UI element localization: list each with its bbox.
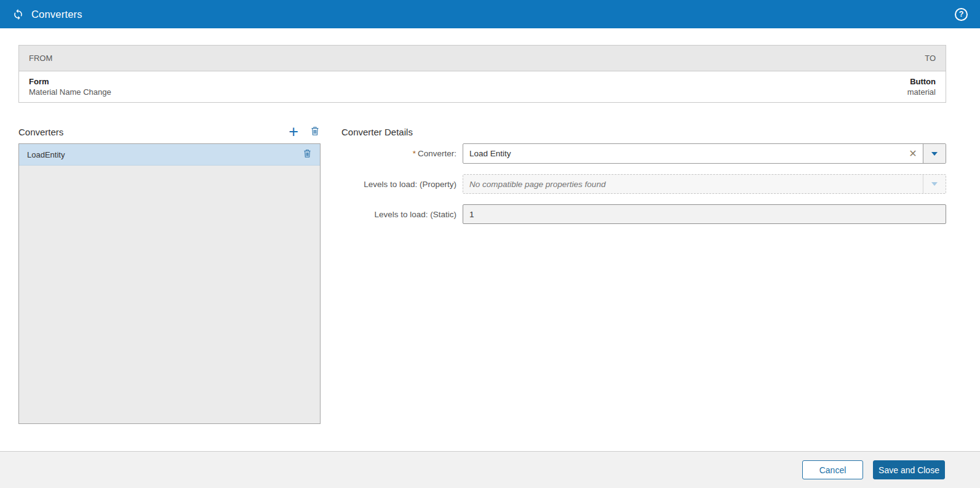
- to-title: Button: [907, 76, 936, 87]
- help-icon[interactable]: ?: [955, 8, 968, 21]
- dialog-title: Converters: [31, 9, 82, 20]
- levels-static-label: Levels to load: (Static): [341, 210, 463, 219]
- mapping-to-cell: Button material: [907, 76, 936, 97]
- levels-static-control: [463, 204, 946, 224]
- levels-property-input: [463, 175, 923, 193]
- dialog-footer: Cancel Save and Close: [0, 451, 980, 488]
- levels-property-field-row: Levels to load: (Property): [341, 174, 946, 194]
- mapping-table-header: FROM TO: [19, 46, 946, 71]
- delete-converter-item-button[interactable]: [302, 149, 313, 160]
- converters-panel: Converters +: [18, 120, 321, 424]
- cancel-button[interactable]: Cancel: [802, 460, 863, 479]
- levels-static-field-row: Levels to load: (Static): [341, 204, 946, 224]
- levels-property-control: [463, 174, 946, 194]
- clear-icon: ✕: [909, 148, 917, 159]
- levels-property-dropdown-button: [923, 175, 946, 193]
- converter-dropdown-button[interactable]: [923, 144, 946, 163]
- converter-combobox: ✕: [463, 143, 946, 164]
- trash-icon: [311, 126, 319, 138]
- clear-converter-button[interactable]: ✕: [903, 144, 923, 163]
- levels-property-combobox: [463, 174, 946, 194]
- delete-converters-button[interactable]: [309, 126, 321, 138]
- chevron-down-icon: [931, 152, 938, 156]
- levels-property-label: Levels to load: (Property): [341, 180, 463, 189]
- levels-static-input[interactable]: [463, 204, 946, 224]
- converter-item-label: LoadEntity: [27, 150, 302, 159]
- converters-panel-title: Converters: [18, 127, 63, 137]
- from-title: Form: [29, 76, 111, 87]
- converter-details-header: Converter Details: [341, 120, 946, 143]
- converters-sync-icon: [12, 9, 24, 20]
- converter-label-text: Converter:: [418, 149, 456, 158]
- to-subtitle: material: [907, 87, 936, 97]
- converter-details-title: Converter Details: [341, 127, 413, 137]
- trash-icon: [303, 149, 311, 160]
- converter-field-row: *Converter: ✕: [341, 143, 946, 164]
- mapping-table: FROM TO Form Material Name Change Button…: [18, 45, 946, 103]
- chevron-down-icon: [931, 182, 938, 186]
- converters-list: LoadEntity: [18, 143, 321, 424]
- converter-list-item[interactable]: LoadEntity: [19, 144, 320, 166]
- save-and-close-button[interactable]: Save and Close: [873, 460, 945, 479]
- dialog-header: Converters ?: [0, 0, 980, 28]
- required-marker: *: [413, 149, 416, 158]
- from-column-header: FROM: [29, 54, 52, 63]
- converter-details-panel: Converter Details *Converter: ✕ Levels t…: [341, 120, 946, 424]
- from-subtitle: Material Name Change: [29, 87, 111, 97]
- to-column-header: TO: [925, 54, 936, 63]
- converters-panel-header: Converters +: [18, 120, 321, 143]
- converter-field-label: *Converter:: [341, 149, 463, 158]
- converter-input[interactable]: [463, 144, 903, 163]
- add-converter-button[interactable]: +: [287, 126, 300, 138]
- converter-field-control: ✕: [463, 143, 946, 164]
- dialog-content: FROM TO Form Material Name Change Button…: [0, 28, 980, 451]
- content-columns: Converters +: [18, 120, 946, 424]
- mapping-from-cell: Form Material Name Change: [29, 76, 111, 97]
- plus-icon: +: [289, 126, 298, 138]
- mapping-row[interactable]: Form Material Name Change Button materia…: [19, 71, 946, 102]
